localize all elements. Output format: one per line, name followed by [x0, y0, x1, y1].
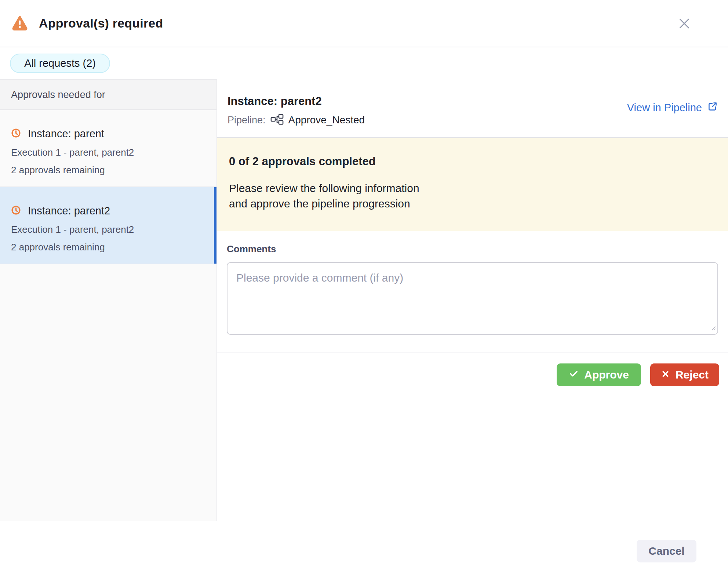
- approve-button[interactable]: Approve: [557, 363, 641, 386]
- approval-item-remaining: 2 approvals remaining: [11, 164, 205, 176]
- approval-item-execution: Execution 1 - parent, parent2: [11, 147, 205, 158]
- view-in-pipeline-link[interactable]: View in Pipeline: [627, 101, 718, 115]
- comments-label: Comments: [227, 243, 718, 255]
- approval-item-execution: Execution 1 - parent, parent2: [11, 224, 205, 235]
- approval-item-remaining: 2 approvals remaining: [11, 242, 205, 253]
- modal-title: Approval(s) required: [39, 16, 163, 30]
- approval-instructions-line1: Please review the following information: [229, 181, 713, 196]
- approval-detail-panel: Instance: parent2 Pipeline: Approve_Nest…: [217, 79, 728, 521]
- close-icon: [677, 16, 692, 32]
- close-button[interactable]: [676, 15, 693, 32]
- approval-modal: Approval(s) required All requests (2) Ap…: [0, 0, 728, 583]
- approval-item-title-row: Instance: parent: [11, 128, 205, 140]
- approval-item-parent[interactable]: Instance: parent Execution 1 - parent, p…: [0, 110, 216, 187]
- reject-label: Reject: [676, 369, 709, 381]
- approve-label: Approve: [584, 369, 629, 381]
- approval-item-title-row: Instance: parent2: [11, 205, 205, 217]
- clock-pending-icon: [11, 205, 21, 217]
- reject-button[interactable]: Reject: [650, 363, 719, 386]
- approval-item-title: Instance: parent: [28, 128, 104, 140]
- cross-icon: [661, 369, 670, 381]
- detail-header: Instance: parent2 Pipeline: Approve_Nest…: [217, 79, 728, 138]
- pipeline-label: Pipeline:: [228, 115, 266, 126]
- check-icon: [569, 369, 579, 381]
- comments-input[interactable]: [227, 262, 718, 335]
- approvals-progress: 0 of 2 approvals completed: [229, 155, 713, 168]
- cancel-button[interactable]: Cancel: [637, 540, 696, 562]
- approval-item-title: Instance: parent2: [28, 205, 110, 217]
- approval-instructions: Please review the following information …: [229, 181, 713, 211]
- modal-header: Approval(s) required: [0, 0, 728, 47]
- actions-row: Approve Reject: [217, 352, 728, 386]
- pipeline-name: Approve_Nested: [288, 114, 365, 126]
- comments-section: Comments: [217, 231, 728, 335]
- sidebar-heading: Approvals needed for: [0, 79, 216, 110]
- view-in-pipeline-label: View in Pipeline: [627, 102, 702, 114]
- warning-icon: [11, 15, 29, 32]
- approval-item-parent2[interactable]: Instance: parent2 Execution 1 - parent, …: [0, 187, 216, 264]
- approval-status-callout: 0 of 2 approvals completed Please review…: [217, 138, 728, 231]
- comments-field-wrap: [227, 262, 718, 335]
- pipeline-icon: [270, 114, 284, 126]
- approvals-sidebar: Approvals needed for Instance: parent Ex…: [0, 79, 217, 521]
- modal-footer: Cancel: [0, 521, 728, 583]
- modal-body: Approvals needed for Instance: parent Ex…: [0, 79, 728, 521]
- approval-instructions-line2: and approve the pipeline progression: [229, 196, 713, 211]
- resize-handle-icon[interactable]: [710, 325, 716, 332]
- external-link-icon: [707, 101, 718, 115]
- clock-pending-icon: [11, 128, 21, 140]
- tab-row: All requests (2): [0, 47, 728, 79]
- pipeline-row: Pipeline: Approve_Nested: [228, 114, 718, 126]
- tab-all-requests[interactable]: All requests (2): [10, 54, 110, 73]
